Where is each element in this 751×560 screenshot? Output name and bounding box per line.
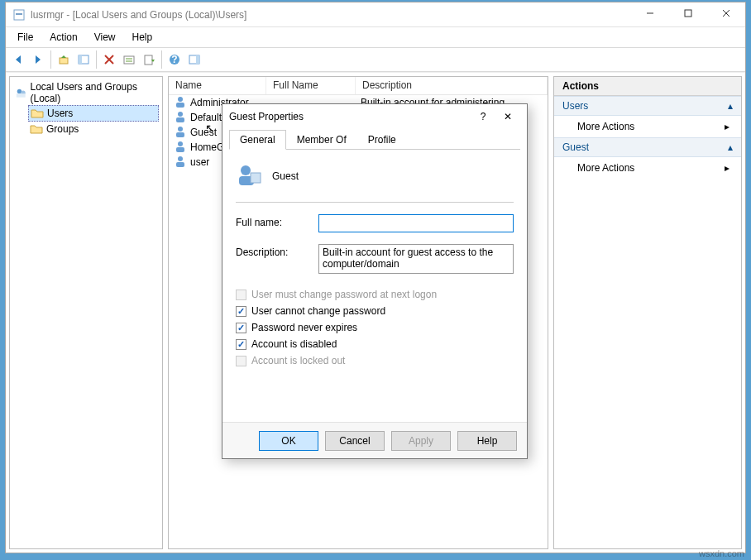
chk-must-change-label: User must change password at next logon: [251, 289, 437, 300]
actions-header: Actions: [554, 77, 741, 96]
tab-general[interactable]: General: [229, 130, 286, 150]
svg-rect-20: [196, 55, 199, 64]
svg-rect-11: [79, 55, 82, 64]
watermark: wsxdn.com: [699, 548, 744, 558]
tree-groups-label: Groups: [46, 123, 79, 135]
column-description[interactable]: Description: [356, 77, 548, 94]
user-large-icon: [236, 161, 262, 190]
svg-marker-9: [61, 55, 66, 58]
svg-point-34: [241, 165, 251, 175]
apply-button[interactable]: Apply: [391, 431, 451, 451]
svg-rect-23: [17, 93, 26, 98]
actions-pane: Actions Users ▴ More Actions ▸ Guest ▴ M…: [553, 76, 742, 549]
svg-marker-6: [16, 55, 21, 64]
tab-profile[interactable]: Profile: [357, 130, 407, 150]
description-input[interactable]: [318, 244, 514, 274]
checkbox-account-disabled[interactable]: [236, 339, 246, 350]
show-hide-action-pane-button[interactable]: [185, 50, 203, 69]
show-hide-console-tree-button[interactable]: [74, 50, 93, 69]
checkbox-cannot-change[interactable]: [236, 306, 246, 317]
svg-rect-1: [16, 13, 22, 15]
menu-file[interactable]: File: [9, 28, 41, 46]
cancel-button[interactable]: Cancel: [325, 431, 385, 451]
tree-groups[interactable]: Groups: [28, 122, 159, 136]
toolbar: ?: [6, 47, 745, 72]
actions-group-users-label: Users: [562, 100, 588, 112]
menu-help[interactable]: Help: [124, 28, 161, 46]
actions-item-label: More Actions: [577, 121, 634, 132]
dialog-help-button[interactable]: ?: [471, 111, 495, 122]
chk-locked-out-label: Account is locked out: [251, 355, 345, 366]
svg-point-24: [178, 97, 183, 102]
svg-marker-7: [36, 55, 41, 64]
actions-group-guest[interactable]: Guest ▴: [554, 137, 741, 157]
fullname-input[interactable]: [318, 214, 514, 232]
column-fullname[interactable]: Full Name: [266, 77, 356, 94]
svg-rect-25: [176, 103, 184, 108]
svg-point-28: [178, 127, 183, 132]
user-icon: [174, 140, 187, 156]
tree-root[interactable]: Local Users and Groups (Local): [13, 80, 159, 105]
svg-rect-8: [60, 58, 68, 64]
actions-item-label: More Actions: [577, 162, 634, 174]
checkbox-must-change: [236, 290, 246, 300]
chk-account-disabled-label: Account is disabled: [251, 338, 337, 350]
maximize-button[interactable]: [669, 2, 707, 25]
menu-bar: File Action View Help: [6, 27, 745, 47]
svg-rect-33: [176, 162, 184, 167]
chk-never-expires-row[interactable]: Password never expires: [236, 322, 514, 333]
mouse-cursor-icon: ↖: [205, 122, 215, 135]
chk-account-disabled-row[interactable]: Account is disabled: [236, 338, 514, 350]
refresh-button[interactable]: [120, 50, 138, 69]
folder-icon: [31, 107, 44, 120]
dialog-close-button[interactable]: ✕: [495, 111, 520, 122]
tree-users[interactable]: Users: [28, 105, 159, 122]
help-dialog-button[interactable]: Help: [457, 431, 517, 451]
tree-users-label: Users: [47, 108, 73, 119]
close-button[interactable]: [707, 2, 745, 25]
menu-view[interactable]: View: [86, 28, 124, 46]
user-icon: [174, 155, 187, 170]
console-tree-pane: Local Users and Groups (Local) Users Gro…: [9, 76, 163, 549]
dialog-tabs: General Member Of Profile: [229, 129, 520, 150]
export-list-button[interactable]: [140, 50, 158, 69]
column-name[interactable]: Name: [169, 77, 266, 94]
fullname-label: Full name:: [236, 214, 318, 228]
user-icon: [174, 110, 187, 126]
svg-rect-3: [685, 10, 691, 17]
user-icon: [174, 125, 187, 141]
checkbox-locked-out: [236, 356, 246, 366]
user-icon: [174, 95, 187, 111]
help-button[interactable]: ?: [165, 50, 184, 69]
chevron-right-icon: ▸: [725, 121, 729, 132]
svg-point-32: [178, 156, 183, 161]
tab-memberof[interactable]: Member Of: [286, 130, 357, 150]
app-icon: [12, 8, 26, 22]
svg-rect-29: [176, 132, 184, 137]
dialog-button-row: OK Cancel Apply Help: [222, 422, 527, 458]
menu-action[interactable]: Action: [41, 28, 85, 46]
chk-cannot-change-label: User cannot change password: [251, 305, 385, 317]
up-folder-button[interactable]: [55, 50, 73, 69]
chk-cannot-change-row[interactable]: User cannot change password: [236, 305, 514, 317]
window-title: lusrmgr - [Local Users and Groups (Local…: [31, 9, 631, 21]
actions-more-guest[interactable]: More Actions ▸: [554, 157, 741, 179]
ok-button[interactable]: OK: [259, 431, 318, 451]
chk-must-change-row: User must change password at next logon: [236, 289, 514, 300]
checkbox-never-expires[interactable]: [236, 323, 246, 333]
svg-point-30: [178, 141, 183, 146]
svg-text:?: ?: [171, 54, 177, 65]
chevron-right-icon: ▸: [725, 162, 729, 174]
chk-never-expires-label: Password never expires: [251, 322, 357, 333]
forward-button[interactable]: [29, 50, 47, 69]
actions-group-users[interactable]: Users ▴: [554, 96, 741, 116]
delete-button[interactable]: [100, 50, 118, 69]
svg-point-26: [178, 112, 183, 117]
dialog-titlebar: Guest Properties ? ✕: [222, 104, 527, 129]
minimize-button[interactable]: [631, 2, 669, 25]
folder-icon: [30, 122, 43, 136]
back-button[interactable]: [9, 50, 27, 69]
actions-more-users[interactable]: More Actions ▸: [554, 116, 741, 137]
svg-rect-27: [176, 117, 184, 122]
dialog-body: Guest Full name: Description: User must …: [222, 150, 527, 422]
